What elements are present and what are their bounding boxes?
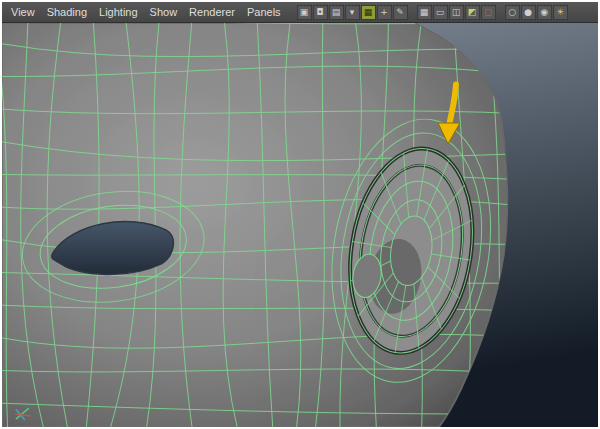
safe-action-icon[interactable]: ◻: [481, 5, 496, 20]
wireframe-mode-icon[interactable]: ○: [505, 5, 520, 20]
textured-mode-icon[interactable]: ◉: [537, 5, 552, 20]
menu-shading[interactable]: Shading: [41, 3, 93, 22]
film-gate-icon[interactable]: ▭: [433, 5, 448, 20]
maya-viewport-panel: ViewShadingLightingShowRendererPanels ▣◘…: [2, 2, 598, 427]
grid-icon[interactable]: ▦: [417, 5, 432, 20]
scene-canvas: [2, 23, 598, 427]
lighting-mode-icon[interactable]: ☀: [553, 5, 568, 20]
grease-pencil-icon[interactable]: ✎: [393, 5, 408, 20]
image-plane-icon[interactable]: ▦: [361, 5, 376, 20]
viewport-3d[interactable]: [2, 23, 598, 427]
menu-show[interactable]: Show: [144, 3, 184, 22]
bookmarks-icon[interactable]: ▾: [345, 5, 360, 20]
menu-renderer[interactable]: Renderer: [183, 3, 241, 22]
toolbar-separator: [409, 5, 416, 20]
menu-panels[interactable]: Panels: [241, 3, 287, 22]
panel-menu-bar: ViewShadingLightingShowRendererPanels ▣◘…: [2, 2, 598, 23]
toolbar-separator: [497, 5, 504, 20]
menu-view[interactable]: View: [5, 3, 41, 22]
lock-camera-icon[interactable]: ◘: [313, 5, 328, 20]
2d-pan-zoom-icon[interactable]: +: [377, 5, 392, 20]
panel-toolbar: ▣◘▤▾▦+✎▦▭◫◩◻○●◉☀: [297, 5, 568, 20]
gate-mask-icon[interactable]: ◩: [465, 5, 480, 20]
menu-lighting[interactable]: Lighting: [93, 3, 144, 22]
camera-attributes-icon[interactable]: ▤: [329, 5, 344, 20]
panel-menus: ViewShadingLightingShowRendererPanels: [5, 3, 287, 22]
shaded-mode-icon[interactable]: ●: [521, 5, 536, 20]
resolution-gate-icon[interactable]: ◫: [449, 5, 464, 20]
select-camera-icon[interactable]: ▣: [297, 5, 312, 20]
